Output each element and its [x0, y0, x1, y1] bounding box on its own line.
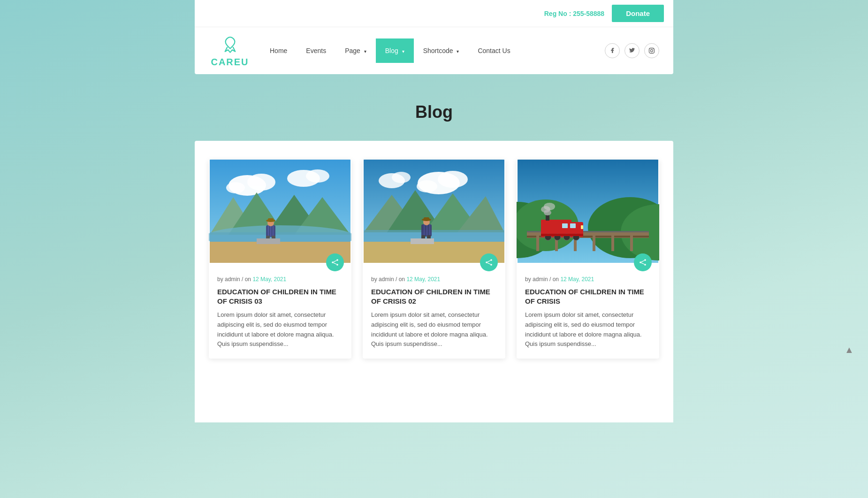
- svg-point-55: [490, 264, 492, 266]
- svg-point-88: [644, 264, 646, 266]
- logo-icon: [220, 34, 241, 55]
- svg-rect-84: [541, 234, 583, 236]
- nav-item-contact[interactable]: Contact Us: [468, 38, 519, 63]
- svg-point-34: [417, 180, 437, 192]
- header: Reg No : 255-58888 Donate CAREU Home: [195, 0, 673, 74]
- hero-area: Blog: [0, 74, 868, 141]
- reg-no: Reg No : 255-58888: [544, 10, 604, 17]
- svg-point-36: [392, 172, 411, 183]
- svg-rect-76: [546, 215, 549, 221]
- svg-point-6: [226, 182, 245, 193]
- card-excerpt-3: Lorem ipsum dolor sit amet, consectetur …: [217, 310, 343, 349]
- svg-rect-68: [593, 232, 595, 251]
- card-image-wrap-3: [209, 160, 351, 263]
- logo-area: CAREU: [204, 27, 260, 74]
- header-main: CAREU Home Events Page ▾ Blog ▾: [195, 27, 673, 74]
- card-meta-3: by admin / on 12 May, 2021: [217, 276, 343, 283]
- page-wrapper: Reg No : 255-58888 Donate CAREU Home: [0, 0, 868, 498]
- nav-item-events[interactable]: Events: [297, 38, 335, 63]
- svg-rect-75: [570, 223, 576, 228]
- share-button-1[interactable]: [634, 253, 652, 271]
- svg-point-86: [644, 259, 646, 261]
- svg-point-28: [336, 264, 338, 266]
- card-date-2[interactable]: 12 May, 2021: [406, 276, 440, 283]
- card-meta-2: by admin / on 12 May, 2021: [371, 276, 497, 283]
- svg-point-87: [640, 261, 641, 263]
- card-image-3: [209, 160, 351, 263]
- svg-rect-65: [536, 232, 539, 251]
- svg-rect-22: [268, 218, 274, 221]
- nav-item-shortcode[interactable]: Shortcode ▾: [414, 38, 469, 63]
- svg-rect-52: [411, 238, 434, 244]
- reg-number: 255-58888: [573, 10, 604, 17]
- social-icons: [600, 43, 664, 58]
- scroll-to-top-button[interactable]: ▲: [842, 342, 857, 357]
- card-image-1: [517, 160, 659, 263]
- svg-line-90: [641, 263, 645, 264]
- svg-point-33: [438, 171, 468, 188]
- svg-rect-43: [421, 224, 432, 237]
- svg-point-26: [336, 259, 338, 261]
- svg-rect-74: [562, 223, 568, 228]
- card-date-1[interactable]: 12 May, 2021: [560, 276, 594, 283]
- svg-line-29: [334, 260, 337, 262]
- share-button-3[interactable]: [326, 253, 344, 271]
- svg-rect-70: [630, 232, 633, 251]
- cards-grid: by admin / on 12 May, 2021 EDUCATION OF …: [209, 160, 659, 359]
- instagram-icon[interactable]: [644, 43, 659, 58]
- header-top: Reg No : 255-58888 Donate: [195, 0, 673, 27]
- twitter-icon[interactable]: [624, 43, 640, 58]
- blog-dropdown-arrow: ▾: [402, 49, 404, 54]
- logo-text: CAREU: [211, 57, 249, 68]
- card-image-wrap-2: [363, 160, 505, 263]
- svg-rect-49: [424, 217, 429, 220]
- svg-rect-69: [611, 232, 614, 251]
- card-image-wrap-1: [517, 160, 659, 263]
- card-title-3: EDUCATION OF CHILDREN IN TIME OF CRISIS …: [217, 287, 343, 306]
- page-title: Blog: [415, 102, 453, 122]
- content-area: by admin / on 12 May, 2021 EDUCATION OF …: [195, 141, 673, 422]
- svg-line-57: [487, 263, 491, 264]
- svg-rect-85: [581, 225, 583, 229]
- blog-card-3: by admin / on 12 May, 2021 EDUCATION OF …: [209, 160, 351, 359]
- card-date-3[interactable]: 12 May, 2021: [252, 276, 286, 283]
- donate-button[interactable]: Donate: [612, 5, 664, 22]
- card-title-1: EDUCATION OF CHILDREN IN TIME OF CRISIS: [525, 287, 651, 306]
- svg-point-27: [332, 261, 334, 263]
- svg-point-8: [306, 169, 329, 183]
- svg-point-2: [653, 49, 654, 49]
- nav-item-page[interactable]: Page ▾: [335, 38, 376, 63]
- svg-point-1: [651, 50, 653, 52]
- blog-card-2: by admin / on 12 May, 2021 EDUCATION OF …: [363, 160, 505, 359]
- card-meta-1: by admin / on 12 May, 2021: [525, 276, 651, 283]
- card-body-1: by admin / on 12 May, 2021 EDUCATION OF …: [517, 263, 659, 359]
- card-title-2: EDUCATION OF CHILDREN IN TIME OF CRISIS …: [371, 287, 497, 306]
- reg-label: Reg No :: [544, 10, 571, 17]
- nav-item-blog[interactable]: Blog ▾: [376, 38, 414, 63]
- page-dropdown-arrow: ▾: [364, 49, 366, 54]
- card-image-2: [363, 160, 505, 263]
- shortcode-dropdown-arrow: ▾: [457, 49, 459, 54]
- facebook-icon[interactable]: [605, 43, 620, 58]
- card-excerpt-1: Lorem ipsum dolor sit amet, consectetur …: [525, 310, 651, 349]
- svg-line-89: [641, 260, 645, 262]
- nav-area: Home Events Page ▾ Blog ▾ Shortcode ▾: [260, 38, 600, 63]
- svg-point-5: [247, 174, 275, 191]
- blog-card-1: by admin / on 12 May, 2021 EDUCATION OF …: [517, 160, 659, 359]
- svg-point-53: [490, 259, 492, 261]
- share-button-2[interactable]: [480, 253, 498, 271]
- svg-point-79: [544, 203, 555, 210]
- nav-item-home[interactable]: Home: [260, 38, 297, 63]
- svg-point-54: [486, 261, 487, 263]
- card-body-2: by admin / on 12 May, 2021 EDUCATION OF …: [363, 263, 505, 359]
- card-excerpt-2: Lorem ipsum dolor sit amet, consectetur …: [371, 310, 497, 349]
- svg-line-30: [334, 263, 337, 264]
- svg-rect-25: [257, 238, 280, 244]
- svg-line-56: [487, 260, 491, 262]
- card-body-3: by admin / on 12 May, 2021 EDUCATION OF …: [209, 263, 351, 359]
